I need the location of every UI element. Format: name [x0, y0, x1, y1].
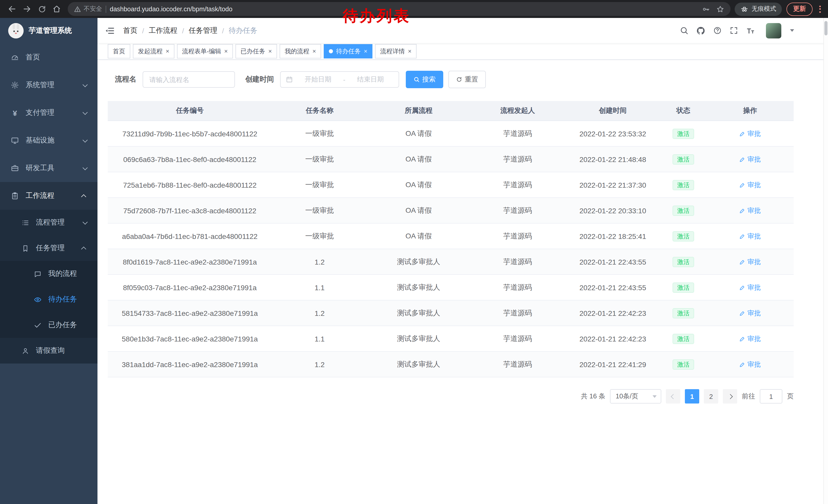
breadcrumb-home[interactable]: 首页	[123, 26, 137, 35]
tab-form-edit[interactable]: 流程表单-编辑×	[177, 44, 233, 58]
browser-menu-icon[interactable]	[817, 5, 823, 12]
annotation-overlay: 待办列表	[343, 6, 410, 27]
filter-form: 流程名 创建时间 开始日期 - 结束日期 搜索	[108, 71, 828, 88]
table-row: 75d72608-7b7f-11ec-a3c8-acde48001122 一级审…	[108, 198, 794, 223]
forward-button[interactable]	[20, 2, 34, 16]
chrome-update-button[interactable]: 更新	[786, 2, 813, 16]
close-icon[interactable]: ×	[364, 48, 367, 54]
tab-home[interactable]: 首页	[108, 44, 130, 58]
fullscreen-icon[interactable]	[730, 26, 738, 35]
github-icon[interactable]	[696, 26, 705, 35]
password-key-icon[interactable]	[702, 5, 710, 13]
sidebar-item-leave-query[interactable]: 请假查询	[0, 338, 97, 364]
page-size-select[interactable]: 10条/页	[610, 389, 661, 404]
help-icon[interactable]	[713, 26, 722, 35]
incognito-badge[interactable]: 无痕模式	[735, 2, 782, 16]
approve-link[interactable]: 审批	[739, 308, 761, 318]
approve-link[interactable]: 审批	[739, 154, 761, 164]
create-time-label: 创建时间	[245, 75, 274, 84]
task-id-cell: 381aa1dd-7ac8-11ec-a9e2-a2380e71991a	[108, 352, 272, 377]
status-badge: 激活	[672, 205, 694, 216]
breadcrumb-separator: /	[182, 27, 184, 35]
approve-link[interactable]: 审批	[739, 129, 761, 138]
top-navbar: 首页 / 工作流程 / 任务管理 / 待办任务	[97, 18, 828, 43]
sidebar-item-infra[interactable]: 基础设施	[0, 127, 97, 154]
approve-link[interactable]: 审批	[739, 283, 761, 292]
close-icon[interactable]: ×	[268, 48, 272, 54]
refresh-button[interactable]	[35, 2, 49, 16]
approve-link[interactable]: 审批	[739, 206, 761, 215]
avatar-caret-icon[interactable]	[790, 29, 794, 32]
breadcrumb-workflow[interactable]: 工作流程	[149, 26, 177, 35]
task-id-cell: 725a1eb6-7b88-11ec-8ef0-acde48001122	[108, 172, 272, 198]
approve-link[interactable]: 审批	[739, 231, 761, 241]
col-starter: 流程发起人	[470, 101, 565, 121]
sidebar-item-process-mgmt[interactable]: 流程管理	[0, 210, 97, 235]
incognito-icon	[740, 5, 748, 13]
bookmark-star-icon[interactable]	[716, 5, 724, 13]
sidebar-fold-icon[interactable]	[105, 26, 115, 36]
tab-done-task[interactable]: 已办任务×	[236, 44, 277, 58]
sidebar-item-task-mgmt[interactable]: 任务管理	[0, 235, 97, 261]
tab-start-process[interactable]: 发起流程×	[133, 44, 174, 58]
sidebar-item-home[interactable]: 首页	[0, 44, 97, 71]
breadcrumb-separator: /	[142, 27, 144, 35]
sidebar-item-workflow[interactable]: 工作流程	[0, 182, 97, 210]
close-icon[interactable]: ×	[408, 48, 411, 54]
breadcrumb-separator: /	[222, 27, 224, 35]
approve-link[interactable]: 审批	[739, 257, 761, 266]
table-row: 725a1eb6-7b88-11ec-8ef0-acde48001122 一级审…	[108, 172, 794, 198]
security-status[interactable]: 不安全	[74, 5, 102, 13]
page-scrollbar[interactable]	[823, 18, 828, 504]
user-avatar[interactable]	[766, 23, 781, 38]
task-id-cell: 58154733-7ac8-11ec-a9e2-a2380e71991a	[108, 300, 272, 326]
close-icon[interactable]: ×	[166, 48, 169, 54]
monitor-icon	[10, 136, 19, 145]
approve-link[interactable]: 审批	[739, 360, 761, 369]
status-badge: 激活	[672, 257, 694, 267]
warning-icon	[74, 5, 81, 12]
process-name-input[interactable]	[142, 71, 235, 88]
home-button[interactable]	[50, 2, 64, 16]
scrollbar-thumb[interactable]	[824, 21, 827, 35]
gear-icon	[10, 81, 19, 89]
status-badge: 激活	[672, 180, 694, 190]
page-button-2[interactable]: 2	[704, 389, 718, 404]
reset-button[interactable]: 重置	[448, 71, 486, 88]
sidebar-item-my-process[interactable]: 我的流程	[0, 261, 97, 287]
col-actions: 操作	[706, 101, 794, 121]
tab-process-detail[interactable]: 流程详情×	[375, 44, 417, 58]
task-id-cell: 8f0d1619-7ac8-11ec-a9e2-a2380e71991a	[108, 249, 272, 275]
task-table: 任务编号 任务名称 所属流程 流程发起人 创建时间 状态 操作 73211d9d…	[108, 101, 794, 377]
goto-page-input[interactable]	[760, 389, 782, 404]
next-page-button[interactable]	[723, 389, 737, 404]
total-count: 共 16 条	[581, 392, 605, 401]
sidebar-item-payment[interactable]: ¥ 支付管理	[0, 99, 97, 127]
date-range-picker[interactable]: 开始日期 - 结束日期	[280, 71, 399, 88]
status-badge: 激活	[672, 231, 694, 241]
page-button-1[interactable]: 1	[685, 389, 699, 404]
search-button[interactable]: 搜索	[406, 71, 443, 88]
close-icon[interactable]: ×	[224, 48, 228, 54]
browser-chrome: 不安全 dashboard.yudao.iocoder.cn/bpm/task/…	[0, 0, 828, 18]
goto-label: 前往	[742, 392, 755, 401]
back-button[interactable]	[5, 2, 19, 16]
font-size-icon[interactable]	[746, 26, 755, 35]
approve-link[interactable]: 审批	[739, 334, 761, 343]
workflow-submenu: 流程管理 任务管理 我的流程	[0, 210, 97, 364]
approve-link[interactable]: 审批	[739, 180, 761, 189]
tab-todo-task[interactable]: 待办任务×	[324, 44, 372, 58]
prev-page-button[interactable]	[666, 389, 680, 404]
sidebar-item-system[interactable]: 系统管理	[0, 71, 97, 99]
sidebar-item-todo-task[interactable]: 待办任务	[0, 287, 97, 312]
sidebar-item-done-task[interactable]: 已办任务	[0, 312, 97, 338]
page-content: 流程名 创建时间 开始日期 - 结束日期 搜索	[97, 60, 828, 504]
sidebar-item-devtools[interactable]: 研发工具	[0, 154, 97, 182]
page-unit-label: 页	[787, 392, 794, 401]
process-name-label: 流程名	[115, 75, 136, 84]
breadcrumb-task-mgmt[interactable]: 任务管理	[189, 26, 217, 35]
search-icon[interactable]	[680, 26, 689, 35]
close-icon[interactable]: ×	[313, 48, 316, 54]
omnibox-divider	[106, 5, 106, 12]
tab-my-process[interactable]: 我的流程×	[280, 44, 321, 58]
